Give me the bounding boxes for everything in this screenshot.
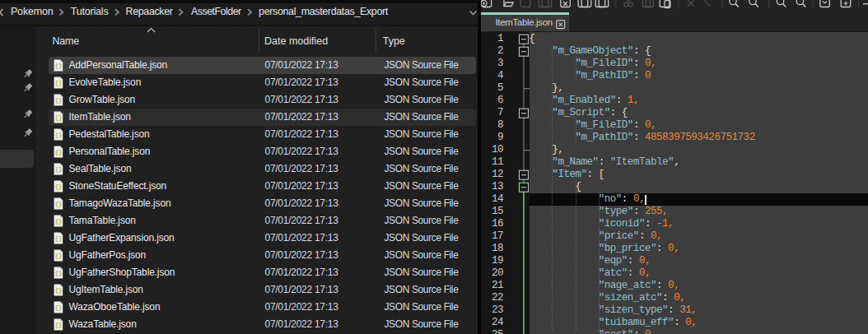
svg-text:{}: {} [55, 114, 62, 121]
svg-text:{}: {} [55, 287, 62, 294]
svg-text:{}: {} [55, 322, 62, 328]
svg-text:{}: {} [55, 97, 62, 104]
svg-text:{}: {} [55, 235, 62, 242]
svg-text:{}: {} [55, 149, 62, 155]
svg-text:{}: {} [55, 218, 62, 225]
svg-text:{}: {} [55, 304, 62, 311]
svg-text:{}: {} [55, 253, 62, 259]
svg-text:{}: {} [55, 63, 62, 69]
svg-text:{}: {} [55, 270, 62, 276]
svg-text:{}: {} [55, 201, 62, 207]
svg-text:{}: {} [55, 166, 62, 173]
svg-text:{}: {} [55, 80, 62, 86]
svg-text:{}: {} [55, 132, 62, 138]
svg-text:{}: {} [55, 183, 62, 190]
